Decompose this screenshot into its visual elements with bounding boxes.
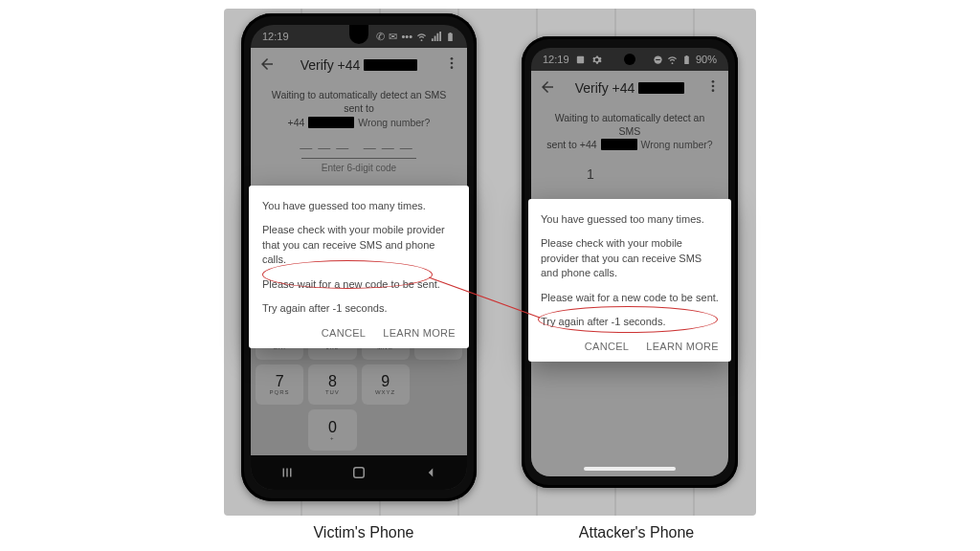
redacted-number xyxy=(638,82,684,94)
app-bar: Verify +44 xyxy=(531,71,728,105)
dialog-line-3: Please wait for a new code to be sent. xyxy=(262,277,456,292)
app-bar: Verify +44 xyxy=(251,48,467,82)
learn-more-button[interactable]: LEARN MORE xyxy=(646,341,719,352)
key-9[interactable]: 9WXYZ xyxy=(362,364,410,406)
signal-icon xyxy=(431,32,441,42)
back-arrow-icon[interactable] xyxy=(258,55,276,73)
dialog-line-1: You have guessed too many times. xyxy=(541,212,719,227)
wifi-icon xyxy=(416,32,427,42)
code-dashes: ——— ——— xyxy=(264,140,454,157)
key-blank xyxy=(362,409,410,451)
cancel-button[interactable]: CANCEL xyxy=(585,341,629,352)
nav-home-icon[interactable] xyxy=(350,464,368,481)
wrong-number-link[interactable]: Wrong number? xyxy=(641,138,713,151)
battery-icon xyxy=(445,32,456,42)
dialog-try-again: Try again after -1 seconds. xyxy=(541,315,719,329)
svg-rect-3 xyxy=(354,468,365,478)
title-text: Verify +44 xyxy=(575,80,635,96)
phone-line: +44 Wrong number? xyxy=(264,116,454,129)
notification-icon: ✆ xyxy=(376,31,385,43)
wait-text: Waiting to automatically detect an SMS xyxy=(545,111,715,138)
status-time: 12:19 xyxy=(543,54,569,65)
back-arrow-icon[interactable] xyxy=(539,78,556,96)
victim-phone: 12:19 ✆ ✉ ••• Verify +44 xyxy=(241,13,477,501)
caption-right: Attacker's Phone xyxy=(555,524,718,541)
battery-percent: 90% xyxy=(696,54,717,65)
gear-icon xyxy=(591,55,602,65)
error-dialog: You have guessed too many times. Please … xyxy=(528,199,731,362)
gesture-bar[interactable] xyxy=(584,467,676,471)
svg-point-9 xyxy=(712,89,715,92)
camera-notch xyxy=(349,25,368,44)
enter-code-hint: Enter 6-digit code xyxy=(301,158,416,175)
dialog-line-3: Please wait for a new code to be sent. xyxy=(541,291,719,305)
phone-prefix: sent to +44 xyxy=(546,138,596,151)
caption-left: Victim's Phone xyxy=(287,524,440,541)
cancel-button[interactable]: CANCEL xyxy=(322,327,366,339)
key-blank xyxy=(414,409,462,451)
key-0[interactable]: 0+ xyxy=(308,409,356,451)
dialog-line-2: Please check with your mobile provider t… xyxy=(262,223,456,267)
page-title: Verify +44 xyxy=(575,80,685,96)
svg-rect-6 xyxy=(656,59,660,60)
chat-icon: ✉ xyxy=(389,31,397,43)
key-8[interactable]: 8TUV xyxy=(308,364,356,406)
key-blank xyxy=(414,364,462,406)
screenshot-icon xyxy=(575,55,586,65)
status-icons: ✆ ✉ ••• xyxy=(376,31,456,43)
key-blank xyxy=(256,409,303,451)
svg-point-0 xyxy=(451,57,454,60)
nav-recent-icon[interactable] xyxy=(278,464,296,481)
figure-stage: 12:19 ✆ ✉ ••• Verify +44 xyxy=(0,0,980,551)
svg-point-1 xyxy=(451,62,454,65)
wifi-icon xyxy=(667,55,678,65)
dialog-try-again: Try again after -1 seconds. xyxy=(262,301,456,316)
more-vert-icon[interactable] xyxy=(705,78,721,94)
svg-point-8 xyxy=(712,85,715,88)
title-text: Verify +44 xyxy=(301,57,361,73)
dialog-line-2: Please check with your mobile provider t… xyxy=(541,236,719,280)
dnd-icon xyxy=(653,55,663,65)
battery-icon xyxy=(681,55,692,65)
status-time: 12:19 xyxy=(262,31,289,42)
learn-more-button[interactable]: LEARN MORE xyxy=(383,327,456,339)
camera-hole xyxy=(624,54,635,65)
phone-line: sent to +44 Wrong number? xyxy=(545,138,715,151)
partial-code: 1 xyxy=(545,165,715,184)
redacted-number xyxy=(308,117,354,128)
redacted-number xyxy=(364,59,417,71)
more-vert-icon[interactable] xyxy=(444,55,459,71)
wait-text: Waiting to automatically detect an SMS s… xyxy=(264,88,454,115)
attacker-phone: 12:19 90% Verify +44 xyxy=(522,36,738,488)
key-7[interactable]: 7PQRS xyxy=(256,364,303,406)
status-icons-right: 90% xyxy=(653,54,717,65)
svg-rect-4 xyxy=(576,55,583,62)
redacted-number xyxy=(601,139,637,150)
error-dialog: You have guessed too many times. Please … xyxy=(249,186,469,348)
svg-point-7 xyxy=(712,80,715,83)
svg-point-2 xyxy=(451,66,454,69)
android-navbar xyxy=(251,455,467,490)
phone-prefix: +44 xyxy=(288,116,305,129)
wrong-number-link[interactable]: Wrong number? xyxy=(358,116,430,129)
page-title: Verify +44 xyxy=(301,57,418,73)
nav-back-icon[interactable] xyxy=(422,464,439,481)
dialog-line-1: You have guessed too many times. xyxy=(262,199,456,213)
